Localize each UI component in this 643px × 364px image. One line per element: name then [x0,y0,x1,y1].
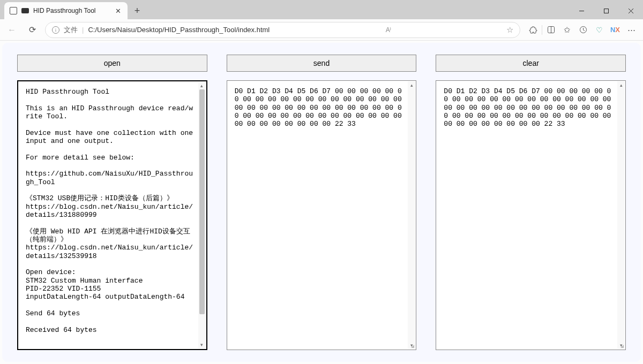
favorite-icon[interactable]: ☆ [506,25,513,35]
log-panel[interactable]: HID Passthrough Tool This is an HID Pass… [17,80,207,350]
browser-window: HID Passthrough Tool ✕ + ← → ⟳ i 文件 | C:… [0,0,643,364]
titlebar: HID Passthrough Tool ✕ + [0,0,643,19]
scroll-down-icon[interactable]: ▾ [198,341,206,348]
right-column: clear D0 D1 D2 D3 D4 D5 D6 D7 00 00 00 0… [436,55,626,350]
tab-close-icon[interactable]: ✕ [114,6,122,15]
back-button: ← [4,22,19,37]
log-text: HID Passthrough Tool This is an HID Pass… [26,88,202,343]
tab-title: HID Passthrough Tool [33,7,96,14]
left-column: open HID Passthrough Tool This is an HID… [17,55,207,350]
read-aloud-icon[interactable]: A⁾ [386,26,391,34]
open-button[interactable]: open [17,55,207,72]
scroll-thumb[interactable] [199,89,205,314]
toolbar-right: ✩ ♡ NX ⋯ [526,22,639,37]
url-label: 文件 [64,25,78,35]
scroll-up-icon[interactable]: ▴ [198,82,206,89]
scrollbar[interactable]: ▴ ▾ [617,81,625,349]
clear-button[interactable]: clear [436,55,626,72]
send-button[interactable]: send [227,55,417,72]
hid-icon [21,8,29,13]
url-box[interactable]: i 文件 | C:/Users/Naisu/Desktop/HID_Passth… [45,22,520,38]
scroll-up-icon[interactable]: ▴ [617,81,625,89]
minimize-button[interactable] [569,2,594,19]
receive-text: D0 D1 D2 D3 D4 D5 D6 D7 00 00 00 00 00 0… [444,87,621,343]
browser-tab[interactable]: HID Passthrough Tool ✕ [4,2,128,19]
scrollbar[interactable]: ▴ ▾ [198,82,206,348]
favorites-icon[interactable]: ✩ [559,22,574,37]
profile-icon[interactable]: NX [608,22,623,37]
page-icon [10,7,17,14]
content-area: open HID Passthrough Tool This is an HID… [0,41,643,364]
resize-handle[interactable] [409,343,415,349]
resize-handle[interactable] [618,343,625,349]
info-icon[interactable]: i [52,26,59,34]
new-tab-button[interactable]: + [130,3,145,18]
send-panel[interactable]: D0 D1 D2 D3 D4 D5 D6 D7 00 00 00 00 00 0… [227,80,417,350]
scrollbar[interactable]: ▴ ▾ [408,81,415,349]
extensions-icon[interactable] [526,22,541,37]
history-icon[interactable] [575,22,590,37]
performance-icon[interactable]: ♡ [592,22,607,37]
page: open HID Passthrough Tool This is an HID… [2,43,641,362]
receive-panel[interactable]: D0 D1 D2 D3 D4 D5 D6 D7 00 00 00 00 00 0… [436,80,626,350]
svg-rect-1 [604,9,608,13]
more-icon[interactable]: ⋯ [624,22,639,37]
send-text: D0 D1 D2 D3 D4 D5 D6 D7 00 00 00 00 00 0… [235,87,412,343]
refresh-button[interactable]: ⟳ [25,22,40,37]
close-window-button[interactable] [618,2,643,19]
scroll-up-icon[interactable]: ▴ [408,81,415,89]
address-bar: ← → ⟳ i 文件 | C:/Users/Naisu/Desktop/HID_… [0,19,643,41]
sidebar-icon[interactable] [543,22,558,37]
middle-column: send D0 D1 D2 D3 D4 D5 D6 D7 00 00 00 00… [227,55,417,350]
window-controls [569,2,643,19]
url-text: C:/Users/Naisu/Desktop/HID_Passthrough_T… [88,26,270,34]
maximize-button[interactable] [594,2,618,19]
